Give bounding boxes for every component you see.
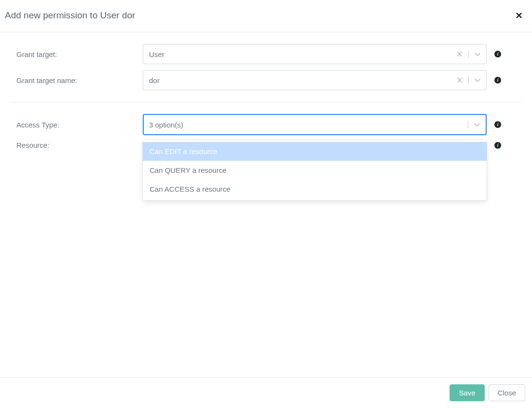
dropdown-option[interactable]: Can EDIT a resource: [143, 142, 487, 161]
grant-target-name-value: dor: [149, 76, 451, 84]
access-type-row: Access Type: 3 option(s) Can EDIT a reso…: [10, 114, 522, 135]
info-icon[interactable]: i: [494, 142, 501, 149]
grant-target-name-label: Grant target name:: [10, 76, 135, 84]
save-button[interactable]: Save: [450, 384, 484, 401]
access-type-dropdown: Can EDIT a resource Can QUERY a resource…: [143, 140, 487, 200]
chevron-down-icon[interactable]: [468, 117, 486, 132]
section-divider: [10, 102, 522, 102]
clear-icon[interactable]: [451, 72, 468, 88]
grant-target-name-row: Grant target name: dor i: [10, 70, 522, 90]
close-button[interactable]: Close: [489, 384, 525, 401]
grant-target-name-select[interactable]: dor: [143, 70, 487, 90]
info-icon[interactable]: i: [494, 77, 501, 84]
access-type-select[interactable]: 3 option(s): [143, 114, 487, 135]
chevron-down-icon[interactable]: [469, 72, 486, 88]
chevron-down-icon[interactable]: [469, 46, 486, 62]
info-icon[interactable]: i: [494, 51, 501, 57]
dropdown-option[interactable]: Can ACCESS a resource: [143, 180, 487, 198]
dropdown-option[interactable]: Can QUERY a resource: [143, 161, 487, 180]
access-type-label: Access Type:: [10, 121, 135, 129]
clear-icon[interactable]: [451, 46, 468, 62]
grant-target-value: User: [149, 50, 451, 58]
resource-label: Resource:: [10, 141, 135, 149]
grant-target-label: Grant target:: [10, 50, 135, 58]
access-type-placeholder: 3 option(s): [149, 121, 468, 129]
close-icon[interactable]: ×: [511, 10, 527, 21]
grant-target-row: Grant target: User i: [10, 44, 522, 64]
info-icon[interactable]: i: [494, 121, 501, 128]
grant-target-select[interactable]: User: [143, 44, 487, 64]
modal-title: Add new permission to User dor: [5, 10, 135, 21]
